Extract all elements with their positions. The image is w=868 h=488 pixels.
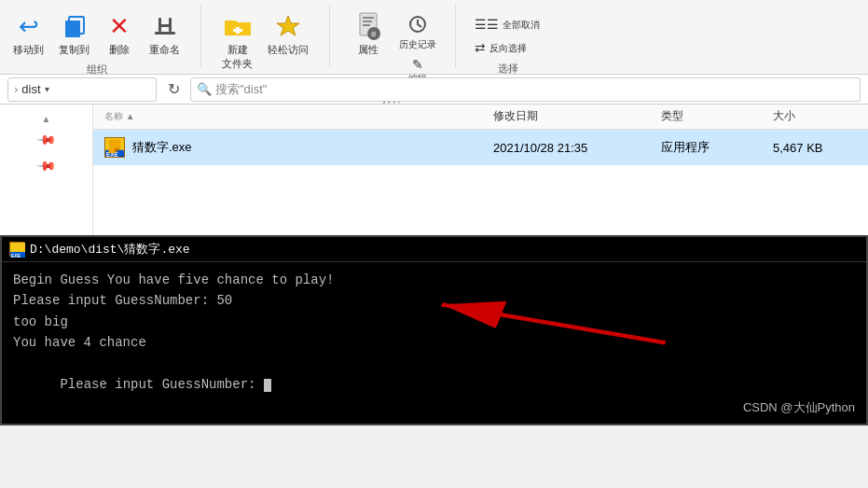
terminal-line-1: Please input GuessNumber: 50 [13, 290, 855, 311]
svg-rect-2 [155, 32, 175, 35]
invert-label: 反向选择 [489, 42, 527, 55]
terminal-titlebar: EXE D:\demo\dist\猜数字.exe [2, 237, 866, 262]
svg-text:EXE: EXE [11, 253, 21, 258]
watermark: CSDN @大仙Python [743, 399, 855, 416]
file-modified: 2021/10/28 21:35 [493, 141, 661, 155]
terminal-title-icon: EXE [9, 242, 24, 257]
address-bar: › dist ▾ ↻ 🔍 搜索"dist" [0, 75, 868, 105]
rename-label: 重命名 [149, 43, 180, 57]
easy-access-icon [273, 11, 303, 41]
properties-icon: ≡ [353, 11, 383, 41]
breadcrumb-arrow: › [14, 82, 18, 96]
easy-access-label: 轻松访问 [268, 43, 309, 57]
history-label: 历史记录 [399, 38, 436, 51]
delete-button[interactable]: ✕ 删除 [99, 9, 140, 59]
open-buttons: ≡ 属性 历史记录 ✎ 编辑 [345, 4, 440, 88]
new-folder-icon [223, 11, 253, 41]
properties-button[interactable]: ≡ 属性 [345, 9, 392, 59]
search-placeholder: 搜索"dist" [215, 81, 267, 98]
history-icon [408, 15, 427, 37]
terminal-line-3: You have 4 chance [13, 332, 855, 353]
select-group-label: 选择 [498, 58, 518, 76]
terminal-cursor [264, 379, 271, 392]
organize-buttons: ↩ 移动到 复制到 ✕ 删除 [7, 4, 186, 59]
breadcrumb-dist: dist [21, 82, 40, 96]
move-to-label: 移动到 [13, 43, 44, 57]
exe-file-icon: EXE [104, 137, 125, 158]
terminal-window: EXE D:\demo\dist\猜数字.exe Begin Guess You… [0, 235, 868, 425]
svg-rect-0 [65, 21, 80, 37]
file-list-header: 名称 ▲ 修改日期 类型 大小 [93, 105, 868, 130]
new-folder-button[interactable]: 新建 文件夹 [216, 9, 258, 73]
file-type: 应用程序 [661, 139, 773, 156]
copy-to-icon [60, 11, 90, 41]
left-panel: ▲ 📌 📌 [0, 105, 93, 235]
edit-icon: ✎ [412, 57, 423, 72]
scroll-up-button[interactable]: ▲ [0, 112, 92, 126]
properties-label: 属性 [358, 43, 379, 57]
delete-icon: ✕ [104, 11, 134, 41]
new-buttons: 新建 文件夹 轻松访问 [216, 4, 314, 73]
svg-text:≡: ≡ [371, 29, 377, 39]
ribbon-group-new: 新建 文件夹 轻松访问 新建 [216, 4, 330, 68]
terminal-title: D:\demo\dist\猜数字.exe [30, 241, 190, 258]
terminal-line-0: Begin Guess You have five chance to play… [13, 270, 855, 290]
delete-label: 删除 [109, 43, 130, 57]
terminal-body[interactable]: Begin Guess You have five chance to play… [2, 262, 866, 424]
organize-group-label: 组织 [87, 59, 107, 77]
file-list: 名称 ▲ 修改日期 类型 大小 EXE 猜数字.exe 2021/ [93, 105, 868, 235]
invert-button[interactable]: ⇄ 反向选择 [471, 38, 545, 58]
copy-to-label: 复制到 [59, 43, 90, 57]
svg-rect-12 [363, 24, 370, 26]
select-all-button[interactable]: ☰☰ 全部取消 [471, 15, 545, 35]
select-all-icon: ☰☰ [475, 17, 499, 32]
search-box[interactable]: 🔍 搜索"dist" [190, 77, 861, 102]
ribbon-toolbar: ↩ 移动到 复制到 ✕ 删除 [0, 0, 868, 75]
file-name-cell: EXE 猜数字.exe [104, 137, 493, 158]
table-row[interactable]: EXE 猜数字.exe 2021/10/28 21:35 应用程序 5,467 … [93, 130, 868, 165]
move-to-icon: ↩ [14, 11, 44, 41]
history-button[interactable]: 历史记录 [395, 13, 440, 53]
easy-access-button[interactable]: 轻松访问 [262, 9, 314, 59]
svg-rect-11 [363, 21, 372, 22]
file-name: 猜数字.exe [132, 139, 192, 156]
pin-icon: 📌 [35, 128, 57, 149]
svg-rect-10 [363, 17, 374, 19]
breadcrumb-dropdown-icon[interactable]: ▾ [45, 84, 49, 94]
copy-to-button[interactable]: 复制到 [53, 9, 95, 59]
ribbon-group-organize: ↩ 移动到 复制到 ✕ 删除 [7, 4, 201, 68]
type-col-label: 类型 [661, 108, 773, 125]
select-buttons: ☰☰ 全部取消 ⇄ 反向选择 [471, 4, 545, 58]
file-area: ▲ 📌 📌 名称 ▲ 修改日期 类型 大小 EXE [0, 105, 868, 235]
pin-icon-2: 📌 [35, 154, 57, 175]
breadcrumb[interactable]: › dist ▾ [7, 77, 157, 102]
file-size: 5,467 KB [773, 141, 857, 155]
name-col-label: 名称 [104, 111, 123, 121]
terminal-line-2: too big [13, 312, 855, 332]
rename-icon [150, 11, 180, 41]
refresh-button[interactable]: ↻ [162, 78, 185, 101]
ribbon-group-select: ☰☰ 全部取消 ⇄ 反向选择 选择 [471, 4, 560, 68]
invert-icon: ⇄ [475, 40, 486, 55]
new-folder-label: 新建 文件夹 [222, 43, 253, 71]
move-to-button[interactable]: ↩ 移动到 [7, 9, 49, 59]
name-sort-button[interactable]: 名称 ▲ [104, 108, 493, 125]
modified-col-label: 修改日期 [493, 108, 661, 125]
search-icon: 🔍 [197, 82, 212, 96]
select-all-label: 全部取消 [503, 19, 540, 32]
rename-button[interactable]: 重命名 [144, 9, 186, 59]
ribbon-group-open: ≡ 属性 历史记录 ✎ 编辑 [345, 4, 456, 68]
terminal-line-4: Please input GuessNumber: [13, 354, 855, 416]
svg-marker-8 [277, 16, 299, 35]
svg-rect-7 [233, 29, 242, 32]
svg-rect-5 [158, 24, 172, 27]
size-col-label: 大小 [773, 108, 857, 125]
